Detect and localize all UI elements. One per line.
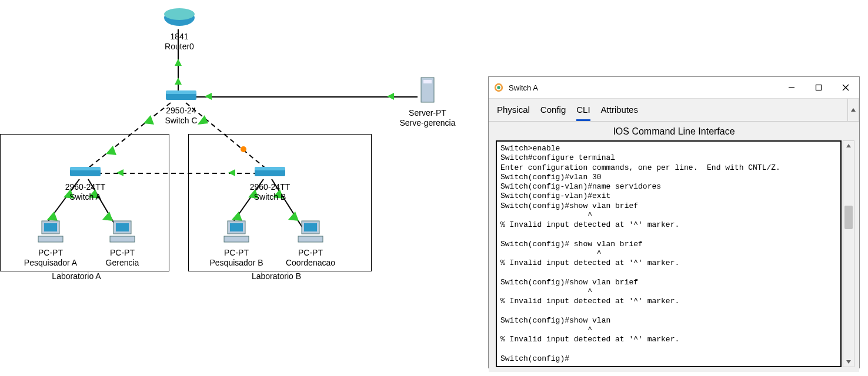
close-button[interactable] <box>832 77 859 98</box>
scroll-thumb[interactable] <box>844 206 853 229</box>
svg-rect-11 <box>44 223 57 231</box>
app-icon <box>493 82 504 93</box>
device-router0[interactable]: 1841 Router0 <box>159 6 200 51</box>
svg-point-1 <box>164 8 195 20</box>
tab-cli[interactable]: CLI <box>576 102 590 121</box>
minimize-button[interactable] <box>778 77 805 98</box>
svg-rect-9 <box>255 167 285 170</box>
link-status-up-icon <box>175 78 182 85</box>
device-name: Coordenacao <box>281 258 340 268</box>
svg-rect-7 <box>70 167 101 170</box>
panel-scroll-up-button[interactable] <box>847 99 859 121</box>
svg-rect-26 <box>816 85 822 90</box>
tabbar: Physical Config CLI Attributes <box>489 99 847 121</box>
maximize-button[interactable] <box>805 77 832 98</box>
router-icon <box>162 6 197 29</box>
svg-marker-30 <box>846 144 851 147</box>
device-model: 2960-24TT <box>59 182 112 192</box>
svg-rect-20 <box>304 223 317 231</box>
device-name: Router0 <box>159 42 200 52</box>
svg-rect-3 <box>166 90 196 94</box>
cli-terminal[interactable]: Switch>enable Switch#configure terminal … <box>496 140 842 367</box>
lab-b-label: Laboratorio B <box>218 271 335 281</box>
switch-icon <box>252 163 288 180</box>
device-name: Pesquisador B <box>207 258 266 268</box>
cli-scrollbar[interactable] <box>843 140 854 367</box>
device-switcha[interactable]: 2960-24TT Switch A <box>59 163 112 202</box>
device-switchb[interactable]: 2960-24TT Switch B <box>243 163 296 202</box>
switch-icon <box>68 163 103 180</box>
device-model: 2950-24 <box>158 106 205 116</box>
device-pc-gerencia[interactable]: PC-PT Gerencia <box>99 220 146 267</box>
switch-icon <box>163 87 199 103</box>
server-icon <box>414 76 441 106</box>
device-name: Serve-gerencia <box>395 118 460 128</box>
device-model: PC-PT <box>99 248 146 258</box>
pc-icon <box>296 220 325 246</box>
svg-rect-14 <box>116 223 129 231</box>
device-pc-coordenacao[interactable]: PC-PT Coordenacao <box>281 220 340 267</box>
pc-icon <box>108 220 137 246</box>
lab-a-label: Laboratorio A <box>18 271 135 281</box>
cli-panel: IOS Command Line Interface Switch>enable… <box>489 122 859 372</box>
svg-rect-21 <box>298 236 323 242</box>
svg-rect-5 <box>423 80 432 83</box>
link-status-up-icon <box>143 115 154 125</box>
svg-point-24 <box>497 86 500 89</box>
device-name: Pesquisador A <box>21 258 80 268</box>
titlebar[interactable]: Switch A <box>489 77 859 99</box>
pc-icon <box>222 220 251 246</box>
maximize-icon <box>815 84 822 91</box>
window-title: Switch A <box>509 83 778 92</box>
tab-config[interactable]: Config <box>540 102 566 121</box>
device-pc-pesquisador-a[interactable]: PC-PT Pesquisador A <box>21 220 80 267</box>
device-name: Switch B <box>243 192 296 202</box>
tab-physical[interactable]: Physical <box>497 102 530 121</box>
svg-rect-15 <box>110 236 135 242</box>
svg-rect-17 <box>230 223 243 231</box>
scroll-down-button[interactable] <box>843 357 854 367</box>
chevron-down-icon <box>846 360 851 364</box>
device-server[interactable]: Server-PT Serve-gerencia <box>395 76 460 127</box>
device-model: Server-PT <box>395 108 460 118</box>
pc-icon <box>36 220 65 246</box>
device-name: Switch A <box>59 192 112 202</box>
cli-heading: IOS Command Line Interface <box>489 122 859 140</box>
device-model: PC-PT <box>207 248 266 258</box>
device-model: 2960-24TT <box>243 182 296 192</box>
scroll-up-button[interactable] <box>843 141 854 150</box>
device-pc-pesquisador-b[interactable]: PC-PT Pesquisador B <box>207 220 266 267</box>
close-icon <box>842 84 849 91</box>
chevron-up-icon <box>850 107 856 113</box>
device-model: 1841 <box>159 32 200 42</box>
svg-rect-18 <box>224 236 249 242</box>
svg-marker-29 <box>851 108 856 112</box>
topology-canvas[interactable]: Laboratorio A Laboratorio B 1841 Router0… <box>0 0 488 376</box>
svg-rect-12 <box>38 236 63 242</box>
link-status-up-icon <box>387 93 394 100</box>
device-model: PC-PT <box>281 248 340 258</box>
chevron-up-icon <box>846 143 851 148</box>
minimize-icon <box>788 84 795 91</box>
svg-marker-31 <box>846 360 851 364</box>
device-name: Switch C <box>158 116 205 126</box>
device-model: PC-PT <box>21 248 80 258</box>
device-switchc[interactable]: 2950-24 Switch C <box>158 87 205 125</box>
tab-attributes[interactable]: Attributes <box>601 102 638 121</box>
device-name: Gerencia <box>99 258 146 268</box>
link-status-up-icon <box>175 59 182 66</box>
link-status-up-icon <box>205 93 212 100</box>
device-dialog: Switch A Physical Config CLI Attributes … <box>488 76 860 368</box>
